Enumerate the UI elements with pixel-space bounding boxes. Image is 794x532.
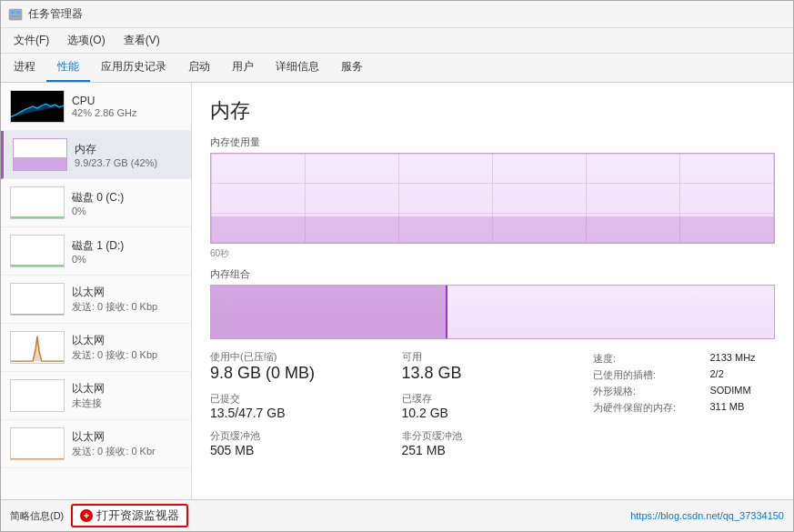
time-label: 60秒 xyxy=(210,247,775,260)
sidebar-item-ethernet2[interactable]: 以太网 未连接 xyxy=(1,372,191,420)
stat-committed: 已提交 13.5/47.7 GB xyxy=(210,392,384,420)
svg-rect-0 xyxy=(9,9,22,20)
tab-processes[interactable]: 进程 xyxy=(3,54,46,82)
memory-combo-chart xyxy=(210,285,775,339)
committed-value: 13.5/47.7 GB xyxy=(210,406,384,420)
memory-info: 内存 9.9/23.7 GB (42%) xyxy=(75,142,182,168)
sidebar-item-ethernet0[interactable]: 以太网 发送: 0 接收: 0 Kbp xyxy=(1,276,191,324)
disk1-stat: 0% xyxy=(72,254,182,265)
svg-rect-1 xyxy=(11,11,15,14)
tab-details[interactable]: 详细信息 xyxy=(265,54,330,82)
menu-file[interactable]: 文件(F) xyxy=(8,30,55,51)
ethernet3-stat: 发送: 0 接收: 0 Kbr xyxy=(72,445,182,458)
sidebar-item-memory[interactable]: 内存 9.9/23.7 GB (42%) xyxy=(1,131,191,179)
open-resource-label: 打开资源监视器 xyxy=(96,507,179,524)
memory-mini-graph xyxy=(13,138,67,171)
available-value: 13.8 GB xyxy=(402,364,576,383)
open-resource-monitor-button[interactable]: 打开资源监视器 xyxy=(71,504,188,527)
stats-area: 使用中(已压缩) 9.8 GB (0 MB) 可用 13.8 GB 已提交 13… xyxy=(210,350,775,465)
menu-view[interactable]: 查看(V) xyxy=(118,30,166,51)
committed-label: 已提交 xyxy=(210,392,384,406)
ethernet1-label: 以太网 xyxy=(72,333,182,348)
svg-rect-3 xyxy=(11,15,20,17)
ethernet0-stat: 发送: 0 接收: 0 Kbp xyxy=(72,300,182,314)
speed-label: 速度: xyxy=(593,352,695,366)
disk0-label: 磁盘 0 (C:) xyxy=(72,190,182,206)
menu-bar: 文件(F) 选项(O) 查看(V) xyxy=(1,28,793,54)
task-manager-window: 任务管理器 文件(F) 选项(O) 查看(V) 进程 性能 应用历史记录 启动 … xyxy=(0,0,794,532)
detail-panel: 内存 内存使用量 xyxy=(192,83,793,499)
sidebar-item-ethernet3[interactable]: 以太网 发送: 0 接收: 0 Kbr xyxy=(1,420,191,468)
memory-stat: 9.9/23.7 GB (42%) xyxy=(75,157,182,168)
ethernet3-label: 以太网 xyxy=(72,429,182,445)
bottom-bar: 简略信息(D) 打开资源监视器 https://blog.csdn.net/qq… xyxy=(1,499,793,531)
stat-available: 可用 13.8 GB xyxy=(402,350,576,383)
menu-options[interactable]: 选项(O) xyxy=(62,30,110,51)
svg-rect-2 xyxy=(16,11,20,14)
combo-used-fill xyxy=(211,286,447,338)
ethernet1-mini-graph xyxy=(10,331,65,364)
in-use-value: 9.8 GB (0 MB) xyxy=(210,364,384,383)
stat-paged-pool: 分页缓冲池 505 MB xyxy=(210,429,384,457)
slots-label: 已使用的插槽: xyxy=(593,368,695,382)
non-paged-pool-value: 251 MB xyxy=(402,443,576,457)
speed-value: 2133 MHz xyxy=(709,352,775,366)
app-icon xyxy=(8,7,23,22)
ethernet3-mini-graph xyxy=(10,427,65,460)
tab-services[interactable]: 服务 xyxy=(330,54,374,82)
ethernet2-label: 以太网 xyxy=(72,381,182,396)
sidebar: CPU 42% 2.86 GHz 内存 9.9/23.7 GB (42%) xyxy=(1,83,192,499)
ethernet2-info: 以太网 未连接 xyxy=(72,381,182,410)
disk1-info: 磁盘 1 (D:) 0% xyxy=(72,238,182,265)
tab-bar: 进程 性能 应用历史记录 启动 用户 详细信息 服务 xyxy=(1,54,793,83)
stat-cached: 已缓存 10.2 GB xyxy=(402,392,576,420)
sidebar-item-disk0[interactable]: 磁盘 0 (C:) 0% xyxy=(1,179,191,227)
non-paged-pool-label: 非分页缓冲池 xyxy=(402,429,576,443)
stat-in-use: 使用中(已压缩) 9.8 GB (0 MB) xyxy=(210,350,384,383)
bottom-left: 简略信息(D) 打开资源监视器 xyxy=(10,504,188,527)
cpu-stat: 42% 2.86 GHz xyxy=(72,107,182,118)
form-label: 外形规格: xyxy=(593,385,695,398)
ethernet2-stat: 未连接 xyxy=(72,396,182,410)
paged-pool-label: 分页缓冲池 xyxy=(210,429,384,443)
memory-label: 内存 xyxy=(75,142,182,157)
right-stats: 速度: 2133 MHz 已使用的插槽: 2/2 外形规格: SODIMM 为硬… xyxy=(593,350,775,465)
ethernet1-info: 以太网 发送: 0 接收: 0 Kbp xyxy=(72,333,182,362)
resource-monitor-icon xyxy=(80,509,93,522)
usage-fill xyxy=(211,216,774,243)
disk1-label: 磁盘 1 (D:) xyxy=(72,238,182,254)
ethernet3-info: 以太网 发送: 0 接收: 0 Kbr xyxy=(72,429,182,458)
disk0-mini-graph xyxy=(10,186,65,219)
blog-link: https://blog.csdn.net/qq_37334150 xyxy=(630,510,784,521)
cpu-label: CPU xyxy=(72,95,182,107)
stat-non-paged-pool: 非分页缓冲池 251 MB xyxy=(402,429,576,457)
disk0-info: 磁盘 0 (C:) 0% xyxy=(72,190,182,216)
usage-chart-label: 内存使用量 xyxy=(210,136,775,149)
cached-label: 已缓存 xyxy=(402,392,576,406)
tab-users[interactable]: 用户 xyxy=(221,54,265,82)
right-info-table: 速度: 2133 MHz 已使用的插槽: 2/2 外形规格: SODIMM 为硬… xyxy=(593,352,775,415)
tab-app-history[interactable]: 应用历史记录 xyxy=(90,54,177,82)
ethernet2-mini-graph xyxy=(10,379,65,412)
sidebar-item-cpu[interactable]: CPU 42% 2.86 GHz xyxy=(1,83,191,131)
form-value: SODIMM xyxy=(709,385,775,398)
tab-performance[interactable]: 性能 xyxy=(46,54,90,82)
combo-chart-label: 内存组合 xyxy=(210,267,775,281)
window-title: 任务管理器 xyxy=(28,6,83,22)
reserved-value: 311 MB xyxy=(709,401,775,415)
in-use-label: 使用中(已压缩) xyxy=(210,350,384,364)
available-label: 可用 xyxy=(402,350,576,364)
tab-startup[interactable]: 启动 xyxy=(177,54,221,82)
sidebar-item-disk1[interactable]: 磁盘 1 (D:) 0% xyxy=(1,227,191,276)
title-bar: 任务管理器 xyxy=(1,1,793,28)
memory-usage-chart xyxy=(210,153,775,244)
summary-label[interactable]: 简略信息(D) xyxy=(10,509,64,523)
cpu-info: CPU 42% 2.86 GHz xyxy=(72,95,182,118)
cached-value: 10.2 GB xyxy=(402,406,576,420)
disk0-stat: 0% xyxy=(72,206,182,216)
detail-title: 内存 xyxy=(210,97,775,125)
sidebar-item-ethernet1[interactable]: 以太网 发送: 0 接收: 0 Kbp xyxy=(1,324,191,372)
cpu-mini-graph xyxy=(10,90,65,123)
slots-value: 2/2 xyxy=(709,368,775,382)
left-stats: 使用中(已压缩) 9.8 GB (0 MB) 可用 13.8 GB 已提交 13… xyxy=(210,350,575,465)
